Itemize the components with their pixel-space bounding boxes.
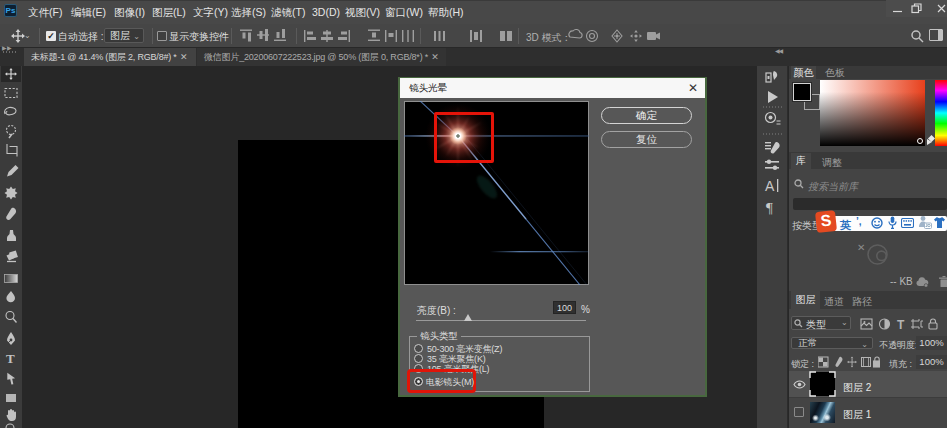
- svg-text:T: T: [897, 318, 905, 330]
- svg-text:A: A: [765, 178, 775, 194]
- svg-text:T: T: [6, 351, 15, 366]
- svg-text:¶: ¶: [766, 200, 773, 216]
